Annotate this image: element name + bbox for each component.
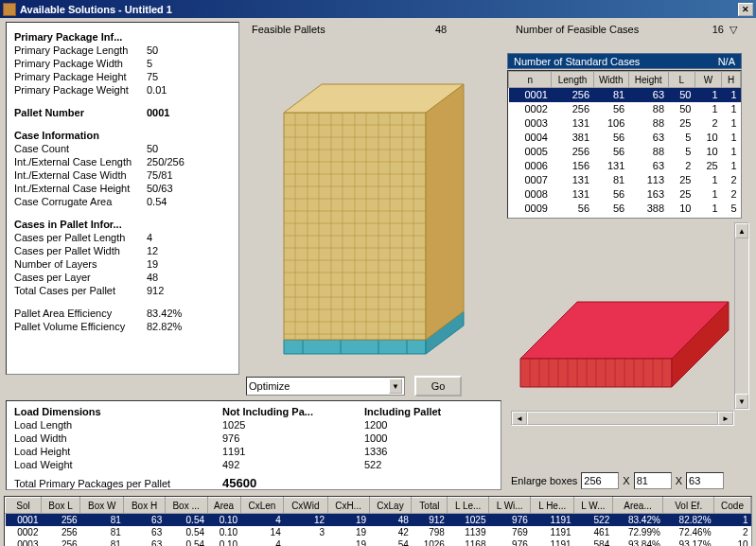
column-header[interactable]: Total: [412, 498, 448, 514]
main-area: Primary Package Inf... Primary Package L…: [0, 18, 756, 546]
cell: 19: [327, 538, 369, 547]
column-header[interactable]: Vol Ef.: [663, 498, 714, 514]
cell: 1191: [531, 526, 574, 538]
cell: 912: [412, 514, 448, 526]
load-value: 1000: [364, 432, 478, 445]
solutions-table[interactable]: SolBox LBox WBox HBox ...AreaCxLenCxWidC…: [4, 496, 752, 546]
cases-table[interactable]: nLengthWidthHeightLWH0001256816350110002…: [507, 70, 742, 219]
cell: 3: [284, 526, 327, 538]
cell: 63: [124, 538, 165, 547]
table-row[interactable]: 0003131106882521: [509, 116, 741, 131]
scroll-up-icon[interactable]: ▲: [735, 223, 748, 238]
table-row[interactable]: 000125681635011: [509, 88, 741, 102]
table-row[interactable]: 0008131561632512: [509, 187, 741, 202]
titlebar[interactable]: Available Solutions - Untitled 1 ✕: [0, 0, 756, 18]
cell: 1: [722, 88, 741, 102]
cell: 1: [722, 131, 741, 145]
scroll-left-icon[interactable]: ◄: [512, 412, 527, 425]
table-row[interactable]: 000956563881015: [509, 202, 741, 216]
column-header[interactable]: Box W: [80, 498, 124, 514]
horizontal-scrollbar[interactable]: ◄ ►: [511, 411, 734, 426]
table-row[interactable]: 0007131811132512: [509, 173, 741, 187]
load-value: 1200: [364, 418, 478, 432]
cell: 2: [668, 159, 694, 173]
enlarge-width-input[interactable]: [634, 472, 672, 489]
column-header[interactable]: CxLay: [369, 498, 412, 514]
close-icon[interactable]: ✕: [738, 3, 753, 16]
scroll-right-icon[interactable]: ►: [718, 412, 733, 425]
cell: 0.10: [207, 526, 240, 538]
column-header[interactable]: Sol: [6, 498, 42, 514]
column-header[interactable]: Box H: [124, 498, 165, 514]
cell: 83.42%: [612, 514, 663, 526]
column-header[interactable]: L Wi...: [488, 498, 530, 514]
column-header[interactable]: CxLen: [240, 498, 284, 514]
cell: 0.10: [207, 538, 240, 547]
go-button[interactable]: Go: [414, 376, 462, 396]
table-row[interactable]: 000438156635101: [509, 131, 741, 145]
cell: 798: [412, 526, 448, 538]
pallet-number-value: 0001: [147, 106, 231, 119]
enlarge-height-input[interactable]: [686, 472, 724, 489]
column-header[interactable]: L Le...: [448, 498, 489, 514]
info-label: Primary Package Length: [14, 44, 147, 57]
vertical-scrollbar[interactable]: ▲ ▼: [734, 222, 749, 410]
cell: 522: [574, 514, 613, 526]
table-row[interactable]: 000225656885011: [509, 102, 741, 116]
cell: 0006: [509, 159, 552, 173]
column-header[interactable]: Code: [714, 498, 751, 514]
chevron-down-icon[interactable]: ▼: [389, 379, 402, 394]
cell: 106: [593, 116, 628, 131]
cell: 1191: [531, 538, 574, 547]
column-header[interactable]: Box ...: [165, 498, 207, 514]
column-header[interactable]: n: [509, 72, 552, 88]
column-header[interactable]: Area...: [612, 498, 663, 514]
cell: 0009: [509, 202, 552, 216]
header-row: Feasible Pallets 48 Number of Feasible C…: [246, 22, 750, 50]
cell: 56: [593, 145, 628, 159]
load-h1: Load Dimensions: [14, 405, 222, 418]
column-header[interactable]: H: [722, 72, 741, 88]
column-header[interactable]: Height: [628, 72, 668, 88]
info-value: 82.82%: [147, 320, 231, 333]
cell: 93.17%: [663, 538, 714, 547]
cell: 56: [593, 187, 628, 202]
dropdown-icon[interactable]: ▽: [730, 24, 745, 36]
cell: 256: [552, 145, 593, 159]
info-label: Int./External Case Width: [14, 168, 147, 182]
info-label: Cases per Pallet Length: [14, 231, 147, 244]
info-label: Cases per Pallet Width: [14, 244, 147, 257]
cell: 1168: [448, 538, 489, 547]
svg-marker-8: [426, 84, 464, 340]
column-header[interactable]: L W...: [574, 498, 613, 514]
column-header[interactable]: L He...: [531, 498, 574, 514]
column-header[interactable]: W: [694, 72, 721, 88]
table-row[interactable]: 000225681630.540.10143194279811397691191…: [6, 526, 751, 538]
cell: 256: [552, 102, 593, 116]
table-row[interactable]: 000125681630.540.10412194891210259761191…: [6, 514, 751, 526]
cell: 63: [628, 131, 668, 145]
cell: 56: [593, 102, 628, 116]
cell: 0.54: [165, 514, 207, 526]
info-label: Int./External Case Height: [14, 182, 147, 195]
cell: 10: [694, 145, 721, 159]
column-header[interactable]: Width: [593, 72, 628, 88]
scroll-thumb[interactable]: [527, 412, 718, 425]
optimize-combo[interactable]: Optimize ▼: [246, 377, 405, 396]
info-value: 75: [147, 70, 231, 83]
load-label: Load Height: [14, 445, 222, 458]
column-header[interactable]: Area: [207, 498, 240, 514]
table-row[interactable]: 0006156131632251: [509, 159, 741, 173]
cell: 1: [722, 159, 741, 173]
scroll-down-icon[interactable]: ▼: [735, 394, 748, 409]
table-row[interactable]: 000525656885101: [509, 145, 741, 159]
column-header[interactable]: CxWid: [284, 498, 327, 514]
cell: 93.84%: [612, 538, 663, 547]
cell: 976: [488, 514, 530, 526]
column-header[interactable]: CxH...: [327, 498, 369, 514]
column-header[interactable]: Length: [552, 72, 593, 88]
column-header[interactable]: L: [668, 72, 694, 88]
enlarge-length-input[interactable]: [581, 472, 619, 489]
table-row[interactable]: 000325681630.540.10419541026116897611915…: [6, 538, 751, 547]
column-header[interactable]: Box L: [41, 498, 79, 514]
